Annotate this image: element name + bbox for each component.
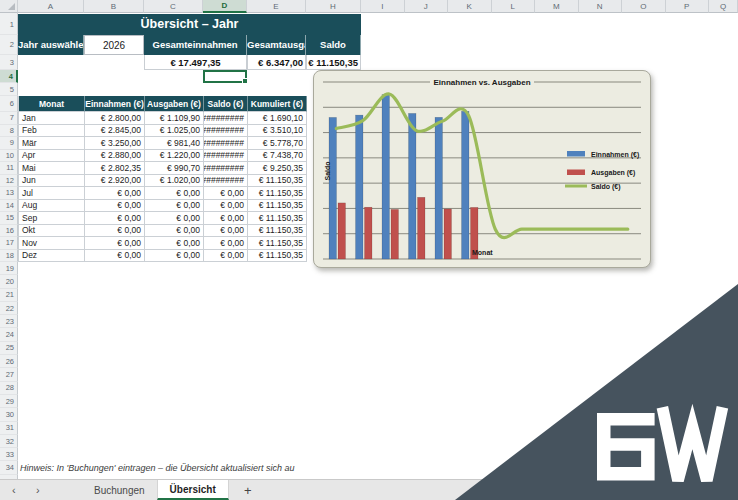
table-cell[interactable]: € 11.150,35 (248, 225, 307, 238)
table-cell[interactable]: ######### (204, 112, 248, 125)
column-header-K[interactable]: K (448, 0, 492, 13)
table-cell[interactable]: € 0,00 (204, 250, 248, 263)
column-header-N[interactable]: N (579, 0, 623, 13)
table-cell[interactable]: € 0,00 (204, 212, 248, 225)
select-all-corner[interactable] (0, 0, 18, 13)
row-header-29[interactable]: 29 (0, 395, 18, 408)
column-header-P[interactable]: P (666, 0, 710, 13)
column-header-I[interactable]: I (361, 0, 405, 13)
column-header-L[interactable]: L (492, 0, 536, 13)
table-cell[interactable]: ######### (204, 137, 248, 150)
table-cell[interactable]: Jun (19, 175, 85, 188)
table-header-cell[interactable]: Saldo (€) (204, 96, 248, 112)
table-cell[interactable]: € 3.250,00 (85, 137, 145, 150)
column-header-C[interactable]: C (144, 0, 203, 13)
column-header-H[interactable]: H (306, 0, 361, 13)
table-cell[interactable]: € 3.510,10 (248, 125, 307, 138)
row-header-6[interactable]: 6 (0, 96, 18, 112)
row-header-18[interactable]: 18 (0, 250, 18, 263)
row-header-8[interactable]: 8 (0, 125, 18, 138)
table-cell[interactable]: Sep (19, 212, 85, 225)
row-header-28[interactable]: 28 (0, 382, 18, 395)
table-cell[interactable]: € 11.150,35 (248, 200, 307, 213)
table-cell[interactable]: € 2.802,35 (85, 162, 145, 175)
table-cell[interactable]: Mai (19, 162, 85, 175)
row-header-20[interactable]: 20 (0, 275, 18, 288)
table-cell[interactable]: € 1.220,00 (145, 150, 204, 163)
table-cell[interactable]: € 0,00 (85, 237, 145, 250)
table-cell[interactable]: € 2.845,00 (85, 125, 145, 138)
table-cell[interactable]: € 990,70 (145, 162, 204, 175)
table-header-cell[interactable]: Einnahmen (€) (85, 96, 145, 112)
year-value-cell[interactable]: 2026 (84, 35, 144, 55)
table-cell[interactable]: Apr (19, 150, 85, 163)
table-cell[interactable]: € 0,00 (145, 212, 204, 225)
table-cell[interactable]: € 2.920,00 (85, 175, 145, 188)
table-cell[interactable]: € 981,40 (145, 137, 204, 150)
table-header-cell[interactable]: Kumuliert (€) (248, 96, 307, 112)
table-cell[interactable]: Jul (19, 187, 85, 200)
table-cell[interactable]: € 0,00 (85, 250, 145, 263)
row-header-12[interactable]: 12 (0, 175, 18, 188)
table-cell[interactable]: € 11.150,35 (248, 175, 307, 188)
table-cell[interactable]: € 11.150,35 (248, 212, 307, 225)
table-cell[interactable]: € 1.025,00 (145, 125, 204, 138)
row-header-3[interactable]: 3 (0, 55, 18, 70)
column-header-M[interactable]: M (535, 0, 579, 13)
table-cell[interactable]: Mär (19, 137, 85, 150)
table-cell[interactable]: Dez (19, 250, 85, 263)
column-header-B[interactable]: B (84, 0, 144, 13)
table-header-cell[interactable]: Ausgaben (€) (145, 96, 204, 112)
row-header-7[interactable]: 7 (0, 112, 18, 125)
add-sheet-button[interactable]: + (238, 480, 258, 500)
table-cell[interactable]: € 0,00 (145, 187, 204, 200)
total-income-value-cell[interactable]: € 17.497,35 (144, 55, 247, 70)
row-header-4[interactable]: 4 (0, 70, 18, 83)
row-header-25[interactable]: 25 (0, 342, 18, 355)
table-cell[interactable]: Okt (19, 225, 85, 238)
table-cell[interactable]: € 0,00 (145, 237, 204, 250)
row-header-22[interactable]: 22 (0, 302, 18, 315)
row-header-13[interactable]: 13 (0, 187, 18, 200)
table-cell[interactable]: € 7.438,70 (248, 150, 307, 163)
column-header-O[interactable]: O (622, 0, 666, 13)
table-cell[interactable]: € 0,00 (204, 200, 248, 213)
row-header-32[interactable]: 32 (0, 435, 18, 448)
row-header-16[interactable]: 16 (0, 225, 18, 238)
table-cell[interactable]: € 11.150,35 (248, 237, 307, 250)
table-header-cell[interactable]: Monat (19, 96, 85, 112)
table-cell[interactable]: € 11.150,35 (248, 187, 307, 200)
row-header-5[interactable]: 5 (0, 83, 18, 96)
total-expenses-label-cell[interactable]: Gesamtausgaben (247, 35, 306, 55)
table-cell[interactable]: € 0,00 (204, 225, 248, 238)
table-cell[interactable]: ######### (204, 150, 248, 163)
row-header-2[interactable]: 2 (0, 35, 18, 55)
table-cell[interactable]: € 2.800,00 (85, 112, 145, 125)
sheet-tab-übersicht[interactable]: Übersicht (157, 480, 229, 500)
table-cell[interactable]: € 0,00 (85, 187, 145, 200)
table-cell[interactable]: ######### (204, 162, 248, 175)
row-header-24[interactable]: 24 (0, 329, 18, 342)
row-header-9[interactable]: 9 (0, 137, 18, 150)
sheet-tab-buchungen[interactable]: Buchungen (82, 480, 157, 500)
table-cell[interactable]: Nov (19, 237, 85, 250)
column-header-D[interactable]: D (203, 0, 247, 13)
table-cell[interactable]: € 1.020,00 (145, 175, 204, 188)
row-header-21[interactable]: 21 (0, 289, 18, 302)
saldo-value-cell[interactable]: € 11.150,35 (306, 55, 361, 70)
saldo-label-cell[interactable]: Saldo (306, 35, 361, 55)
table-cell[interactable]: € 0,00 (85, 200, 145, 213)
row-header-14[interactable]: 14 (0, 200, 18, 213)
chevron-left-icon[interactable]: ‹ (8, 480, 20, 500)
selected-cell-d4[interactable] (203, 70, 247, 83)
row-header-26[interactable]: 26 (0, 355, 18, 368)
table-cell[interactable]: € 0,00 (85, 212, 145, 225)
total-expenses-value-cell[interactable]: € 6.347,00 (247, 55, 306, 70)
table-cell[interactable]: € 9.250,35 (248, 162, 307, 175)
row-header-27[interactable]: 27 (0, 368, 18, 381)
table-cell[interactable]: € 0,00 (204, 237, 248, 250)
income-expenses-chart[interactable]: Einnahmen vs. AusgabenSaldoMonatEinnahme… (313, 70, 651, 268)
table-cell[interactable]: ######### (204, 175, 248, 188)
row-header-15[interactable]: 15 (0, 212, 18, 225)
table-cell[interactable]: € 0,00 (145, 225, 204, 238)
